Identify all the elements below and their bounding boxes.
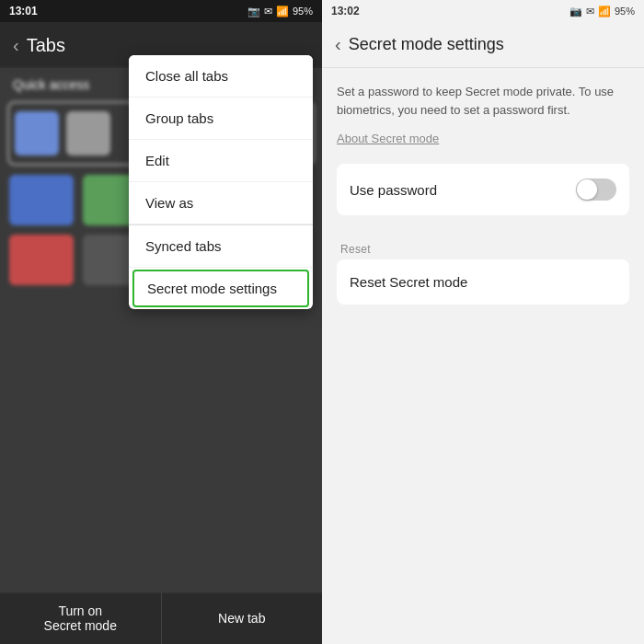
qa-thumb-1 (15, 111, 59, 155)
tab-thumb-5[interactable] (9, 235, 74, 285)
right-mail-icon: ✉ (586, 6, 594, 17)
turn-on-secret-mode-label: Turn onSecret mode (44, 604, 117, 633)
tabs-title: Tabs (27, 35, 65, 56)
right-content: Set a password to keep Secret mode priva… (322, 68, 644, 644)
menu-item-synced-tabs[interactable]: Synced tabs (129, 225, 313, 268)
right-camera-icon: 📷 (569, 6, 582, 17)
left-time: 13:01 (9, 5, 38, 17)
left-panel: 13:01 📷 ✉ 📶 95% ‹ Tabs Quick access Clos… (0, 0, 322, 644)
battery-text: 95% (293, 6, 313, 17)
left-status-icons: 📷 ✉ 📶 95% (247, 6, 313, 17)
tab-thumb-1[interactable] (9, 175, 74, 225)
turn-on-secret-mode-button[interactable]: Turn onSecret mode (0, 592, 162, 644)
secret-mode-settings-title: Secret mode settings (349, 35, 504, 54)
signal-icon: 📶 (276, 6, 289, 17)
quick-access-label: Quick access (0, 68, 102, 98)
reset-secret-mode-section: Reset Secret mode (337, 259, 629, 305)
menu-item-group-tabs[interactable]: Group tabs (129, 98, 313, 140)
reset-secret-mode-row[interactable]: Reset Secret mode (337, 259, 629, 305)
reset-section-label: Reset (337, 234, 629, 259)
right-battery-text: 95% (615, 6, 635, 17)
use-password-section: Use password (337, 164, 629, 215)
right-panel: 13:02 📷 ✉ 📶 95% ‹ Secret mode settings S… (322, 0, 644, 644)
right-signal-icon: 📶 (598, 6, 611, 17)
new-tab-button[interactable]: New tab (162, 592, 323, 644)
left-status-bar: 13:01 📷 ✉ 📶 95% (0, 0, 322, 22)
description-text: Set a password to keep Secret mode priva… (337, 83, 629, 119)
use-password-toggle[interactable] (576, 178, 616, 201)
left-footer: Turn onSecret mode New tab (0, 592, 322, 644)
menu-item-edit[interactable]: Edit (129, 140, 313, 182)
right-header: ‹ Secret mode settings (322, 22, 644, 68)
about-secret-mode-link[interactable]: About Secret mode (337, 132, 629, 145)
mail-icon: ✉ (264, 6, 272, 17)
back-arrow-icon[interactable]: ‹ (13, 35, 19, 56)
use-password-row: Use password (337, 164, 629, 215)
toggle-knob (577, 179, 597, 200)
menu-item-view-as[interactable]: View as (129, 182, 313, 224)
dropdown-menu: Close all tabs Group tabs Edit View as S… (129, 55, 313, 309)
menu-item-close-all-tabs[interactable]: Close all tabs (129, 55, 313, 98)
menu-item-secret-mode-settings[interactable]: Secret mode settings (132, 270, 309, 307)
right-time: 13:02 (331, 5, 360, 17)
qa-thumb-2 (66, 111, 110, 155)
use-password-label: Use password (350, 182, 437, 198)
camera-icon: 📷 (247, 6, 260, 17)
right-status-bar: 13:02 📷 ✉ 📶 95% (322, 0, 644, 22)
right-back-arrow-icon[interactable]: ‹ (335, 34, 341, 55)
right-status-icons: 📷 ✉ 📶 95% (569, 6, 635, 17)
new-tab-label: New tab (218, 611, 265, 626)
